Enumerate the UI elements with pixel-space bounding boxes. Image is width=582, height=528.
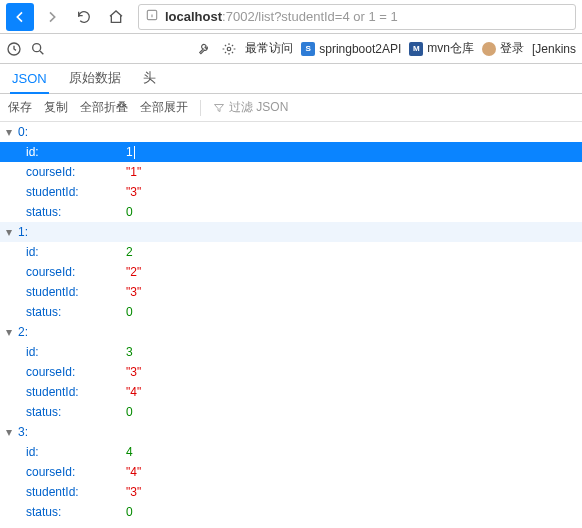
avatar-icon: [482, 42, 496, 56]
tab-headers[interactable]: 头: [141, 63, 158, 93]
json-property-row[interactable]: studentId:"3": [0, 482, 582, 502]
url-port: :7002: [222, 9, 255, 24]
url-bar[interactable]: localhost:7002/list?studentId=4 or 1 = 1: [138, 4, 576, 30]
devtools-tabs: JSON 原始数据 头: [0, 64, 582, 94]
home-button[interactable]: [102, 3, 130, 31]
json-property-row[interactable]: id:4: [0, 442, 582, 462]
filter-icon: [213, 102, 225, 114]
jenkins-label[interactable]: [Jenkins: [532, 42, 576, 56]
bookmark-logo-icon: M: [409, 42, 423, 56]
json-property-row[interactable]: courseId:"1": [0, 162, 582, 182]
bookmark-mvn[interactable]: Mmvn仓库: [409, 40, 474, 57]
json-actions: 保存 复制 全部折叠 全部展开 过滤 JSON: [0, 94, 582, 122]
chevron-down-icon[interactable]: ▾: [6, 425, 18, 439]
expand-all-button[interactable]: 全部展开: [140, 99, 188, 116]
json-property-row[interactable]: status:0: [0, 302, 582, 322]
page-info-icon: [145, 8, 159, 25]
svg-point-2: [33, 43, 41, 51]
json-property-row[interactable]: id:3: [0, 342, 582, 362]
json-property-row[interactable]: id:1: [0, 142, 582, 162]
array-index-row[interactable]: ▾ 1:: [0, 222, 582, 242]
array-index-row[interactable]: ▾ 3:: [0, 422, 582, 442]
array-index-row[interactable]: ▾ 2:: [0, 322, 582, 342]
url-host: localhost: [165, 9, 222, 24]
json-tree: ▾ 0:id:1courseId:"1"studentId:"3"status:…: [0, 122, 582, 522]
tab-raw[interactable]: 原始数据: [67, 63, 123, 93]
back-button[interactable]: [6, 3, 34, 31]
json-property-row[interactable]: id:2: [0, 242, 582, 262]
collapse-all-button[interactable]: 全部折叠: [80, 99, 128, 116]
bookmark-logo-icon: S: [301, 42, 315, 56]
json-property-row[interactable]: studentId:"3": [0, 282, 582, 302]
tab-json[interactable]: JSON: [10, 65, 49, 94]
bookmark-springboot[interactable]: Sspringboot2API: [301, 42, 401, 56]
json-property-row[interactable]: status:0: [0, 502, 582, 522]
save-button[interactable]: 保存: [8, 99, 32, 116]
login-label: 登录: [500, 40, 524, 57]
svg-point-3: [227, 47, 231, 51]
bookmark-label: mvn仓库: [427, 40, 474, 57]
filter-input[interactable]: 过滤 JSON: [213, 99, 288, 116]
json-property-row[interactable]: courseId:"2": [0, 262, 582, 282]
chevron-down-icon[interactable]: ▾: [6, 225, 18, 239]
browser-toolbar: 最常访问 Sspringboot2API Mmvn仓库 登录 [Jenkins: [0, 34, 582, 64]
json-property-row[interactable]: courseId:"4": [0, 462, 582, 482]
json-property-row[interactable]: studentId:"3": [0, 182, 582, 202]
forward-button[interactable]: [38, 3, 66, 31]
separator: [200, 100, 201, 116]
login-link[interactable]: 登录: [482, 40, 524, 57]
array-index-row[interactable]: ▾ 0:: [0, 122, 582, 142]
wrench-icon[interactable]: [197, 41, 213, 57]
json-property-row[interactable]: studentId:"4": [0, 382, 582, 402]
freq-visit-label[interactable]: 最常访问: [245, 40, 293, 57]
chevron-down-icon[interactable]: ▾: [6, 125, 18, 139]
history-icon[interactable]: [6, 41, 22, 57]
bookmark-label: springboot2API: [319, 42, 401, 56]
browser-nav-bar: localhost:7002/list?studentId=4 or 1 = 1: [0, 0, 582, 34]
json-property-row[interactable]: status:0: [0, 402, 582, 422]
filter-placeholder: 过滤 JSON: [229, 99, 288, 116]
copy-button[interactable]: 复制: [44, 99, 68, 116]
json-property-row[interactable]: status:0: [0, 202, 582, 222]
search-icon[interactable]: [30, 41, 46, 57]
gear-icon[interactable]: [221, 41, 237, 57]
url-path: /list?studentId=4 or 1 = 1: [255, 9, 398, 24]
reload-button[interactable]: [70, 3, 98, 31]
json-property-row[interactable]: courseId:"3": [0, 362, 582, 382]
chevron-down-icon[interactable]: ▾: [6, 325, 18, 339]
